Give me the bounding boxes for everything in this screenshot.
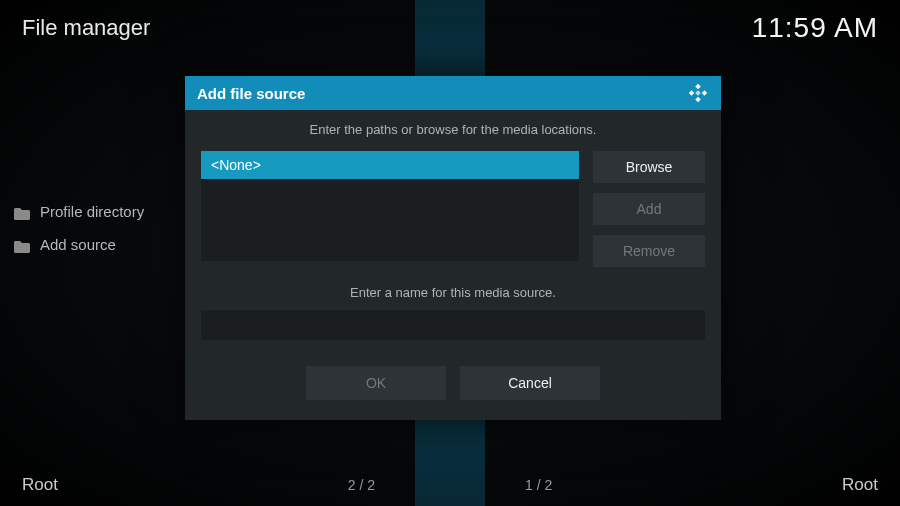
- footer-right-counter: 1 / 2: [525, 477, 552, 493]
- sidebar-item-profile-directory[interactable]: Profile directory: [8, 195, 150, 228]
- sidebar-item-label: Profile directory: [40, 203, 144, 220]
- footer-right-root: Root: [842, 475, 878, 495]
- folder-icon: [14, 239, 30, 251]
- paths-list[interactable]: <None>: [201, 151, 579, 261]
- header: File manager 11:59 AM: [0, 0, 900, 56]
- dialog-header: Add file source: [185, 76, 721, 110]
- sidebar: Profile directory Add source: [8, 195, 150, 261]
- dialog-actions: OK Cancel: [185, 366, 721, 400]
- ok-button[interactable]: OK: [306, 366, 446, 400]
- add-file-source-dialog: Add file source Enter the paths or brows…: [185, 76, 721, 420]
- sidebar-item-add-source[interactable]: Add source: [8, 228, 150, 261]
- page-title: File manager: [22, 15, 150, 41]
- footer-left-counter: 2 / 2: [348, 477, 375, 493]
- clock: 11:59 AM: [752, 12, 878, 44]
- browse-button[interactable]: Browse: [593, 151, 705, 183]
- dialog-instruction-name: Enter a name for this media source.: [185, 267, 721, 310]
- remove-button[interactable]: Remove: [593, 235, 705, 267]
- side-buttons: Browse Add Remove: [593, 151, 705, 267]
- footer: Root 2 / 2 1 / 2 Root: [0, 464, 900, 506]
- path-item-selected[interactable]: <None>: [201, 151, 579, 179]
- footer-left-root: Root: [22, 475, 58, 495]
- kodi-logo-icon: [687, 82, 709, 104]
- dialog-instruction-paths: Enter the paths or browse for the media …: [185, 110, 721, 151]
- source-name-input[interactable]: [201, 310, 705, 340]
- add-button[interactable]: Add: [593, 193, 705, 225]
- folder-icon: [14, 206, 30, 218]
- cancel-button[interactable]: Cancel: [460, 366, 600, 400]
- paths-row: <None> Browse Add Remove: [185, 151, 721, 267]
- dialog-title: Add file source: [197, 85, 305, 102]
- sidebar-item-label: Add source: [40, 236, 116, 253]
